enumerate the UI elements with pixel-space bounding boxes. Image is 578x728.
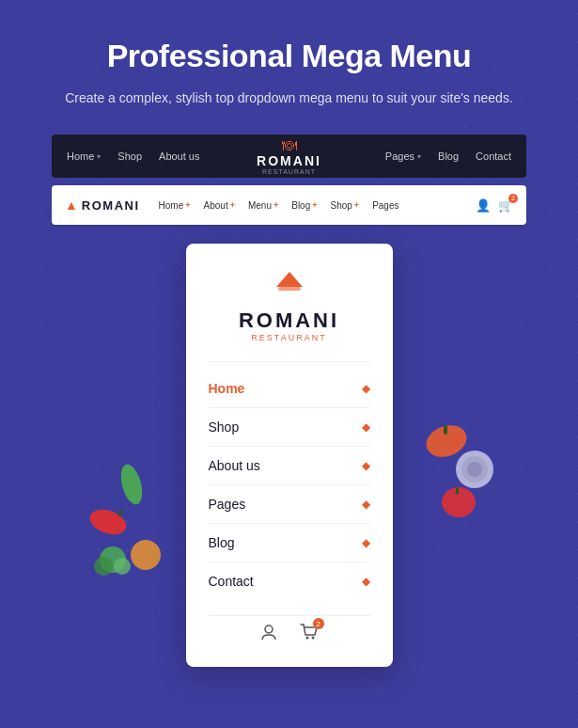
mobile-logo-hat-icon bbox=[271, 270, 308, 305]
svg-point-11 bbox=[131, 540, 161, 570]
dark-nav-links-right: Pages ▾ Blog Contact bbox=[385, 150, 511, 162]
home-arrow: ▾ bbox=[97, 152, 101, 161]
pages-arrow: ▾ bbox=[417, 152, 421, 161]
contact-item-arrow: ◆ bbox=[362, 575, 370, 588]
dark-nav-logo: 🍽 ROMANI RESTAURANT bbox=[257, 138, 321, 175]
logo-subtext: RESTAURANT bbox=[262, 168, 316, 175]
blog-item-arrow: ◆ bbox=[362, 536, 370, 549]
mobile-menu-items: Home ◆ Shop ◆ About us ◆ Pages ◆ Blog bbox=[209, 361, 370, 600]
shop-label: Shop bbox=[117, 150, 142, 162]
contact-item-label: Contact bbox=[209, 574, 254, 589]
dark-nav-pages[interactable]: Pages ▾ bbox=[385, 150, 421, 162]
mobile-cart-badge: 2 bbox=[313, 618, 324, 629]
light-nav-shop[interactable]: Shop + bbox=[331, 200, 360, 211]
cart-icon[interactable]: 🛒 2 bbox=[498, 198, 513, 213]
dark-navbar: Home ▾ Shop About us 🍽 ROMANI RESTAURANT bbox=[52, 135, 526, 178]
user-icon[interactable]: 👤 bbox=[476, 198, 491, 213]
about-label: About us bbox=[159, 150, 199, 162]
light-logo-icon: ▲ bbox=[65, 198, 78, 213]
light-nav-links: Home + About + Menu + Blog + Shop + bbox=[159, 200, 476, 211]
light-nav-about[interactable]: About + bbox=[204, 200, 235, 211]
svg-rect-1 bbox=[444, 425, 447, 435]
blog-label: Blog bbox=[438, 150, 459, 162]
dark-nav-links-left: Home ▾ Shop About us bbox=[67, 150, 199, 162]
dark-nav-contact[interactable]: Contact bbox=[476, 150, 511, 162]
food-decoration-bottom-left bbox=[80, 461, 193, 587]
light-navbar: ▲ ROMANI Home + About + Menu + Blog bbox=[52, 185, 526, 225]
svg-point-2 bbox=[456, 451, 493, 488]
pages-item-arrow: ◆ bbox=[362, 498, 370, 511]
about-item-label: About us bbox=[209, 458, 260, 473]
blog-item-label: Blog bbox=[209, 535, 235, 550]
cart-badge: 2 bbox=[508, 194, 518, 203]
mobile-cart-icon[interactable]: 2 bbox=[300, 624, 319, 644]
mobile-menu-container: ROMANI RESTAURANT Home ◆ Shop ◆ About us… bbox=[52, 244, 526, 667]
svg-point-16 bbox=[265, 625, 273, 633]
shop-item-label: Shop bbox=[209, 419, 240, 435]
svg-point-18 bbox=[311, 637, 314, 640]
home-item-arrow: ◆ bbox=[362, 382, 370, 395]
light-nav-blog[interactable]: Blog + bbox=[291, 200, 317, 211]
svg-point-4 bbox=[467, 462, 482, 477]
light-nav-menu[interactable]: Menu + bbox=[248, 200, 278, 211]
svg-point-14 bbox=[114, 558, 131, 575]
pages-item-label: Pages bbox=[209, 497, 246, 512]
menu-plus-icon: + bbox=[273, 200, 278, 210]
svg-rect-9 bbox=[118, 510, 124, 518]
mobile-menu-item-shop[interactable]: Shop ◆ bbox=[209, 408, 370, 447]
food-decoration-top-right bbox=[376, 418, 498, 534]
logo-hat-icon: 🍽 bbox=[282, 138, 297, 153]
mobile-menu-item-blog[interactable]: Blog ◆ bbox=[209, 524, 370, 562]
svg-rect-6 bbox=[456, 487, 459, 495]
light-nav-pages[interactable]: Pages bbox=[372, 200, 398, 211]
mobile-menu-item-about[interactable]: About us ◆ bbox=[209, 447, 370, 485]
mobile-logo-sub: RESTAURANT bbox=[251, 333, 326, 342]
mobile-logo: ROMANI RESTAURANT bbox=[209, 270, 370, 342]
svg-point-12 bbox=[100, 546, 126, 573]
shop-item-arrow: ◆ bbox=[362, 420, 370, 434]
dark-nav-about[interactable]: About us bbox=[159, 150, 199, 162]
svg-point-17 bbox=[305, 637, 308, 640]
mobile-menu: ROMANI RESTAURANT Home ◆ Shop ◆ About us… bbox=[186, 244, 393, 667]
mobile-logo-text: ROMANI bbox=[239, 309, 339, 333]
mobile-menu-icons: 2 bbox=[209, 615, 370, 644]
mobile-menu-item-home[interactable]: Home ◆ bbox=[209, 370, 370, 408]
shop-plus-icon: + bbox=[354, 200, 359, 210]
mobile-menu-item-pages[interactable]: Pages ◆ bbox=[209, 485, 370, 524]
dark-nav-blog[interactable]: Blog bbox=[438, 150, 459, 162]
mobile-menu-item-contact[interactable]: Contact ◆ bbox=[209, 562, 370, 600]
logo-text: ROMANI bbox=[257, 153, 321, 168]
page-title: Professional Mega Menu bbox=[52, 38, 526, 74]
light-logo-text: ROMANI bbox=[82, 198, 140, 213]
svg-point-5 bbox=[442, 487, 476, 517]
mobile-user-icon[interactable] bbox=[260, 624, 277, 644]
svg-point-7 bbox=[117, 463, 147, 508]
home-plus-icon: + bbox=[185, 200, 190, 210]
contact-label: Contact bbox=[476, 150, 511, 162]
about-plus-icon: + bbox=[230, 200, 235, 210]
svg-rect-15 bbox=[278, 287, 301, 291]
light-nav-home[interactable]: Home + bbox=[159, 200, 191, 211]
dark-nav-home[interactable]: Home ▾ bbox=[67, 150, 101, 162]
home-item-label: Home bbox=[209, 381, 245, 396]
svg-point-8 bbox=[86, 505, 130, 539]
light-nav-logo: ▲ ROMANI bbox=[65, 198, 140, 213]
light-nav-icons: 👤 🛒 2 bbox=[476, 198, 513, 213]
home-label: Home bbox=[67, 150, 94, 162]
svg-point-3 bbox=[461, 456, 488, 483]
page-subtitle: Create a complex, stylish top dropdown m… bbox=[52, 87, 526, 108]
pages-label: Pages bbox=[385, 150, 414, 162]
svg-point-0 bbox=[422, 420, 471, 463]
blog-plus-icon: + bbox=[312, 200, 317, 210]
dark-nav-shop[interactable]: Shop bbox=[117, 150, 142, 162]
about-item-arrow: ◆ bbox=[362, 459, 370, 472]
svg-point-13 bbox=[94, 557, 113, 576]
